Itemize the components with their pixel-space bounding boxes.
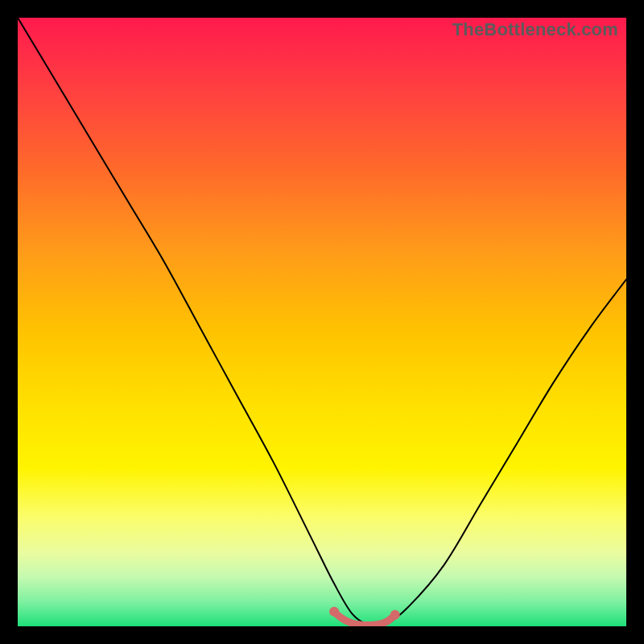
optimal-band-path: [334, 612, 395, 625]
chart-svg: [18, 18, 626, 626]
chart-wrapper: TheBottleneck.com: [0, 0, 644, 644]
plot-area: TheBottleneck.com: [18, 18, 626, 626]
bottleneck-curve-path: [18, 18, 626, 626]
optimal-band-dot-left: [329, 607, 339, 617]
optimal-band-dot-right: [390, 610, 400, 620]
